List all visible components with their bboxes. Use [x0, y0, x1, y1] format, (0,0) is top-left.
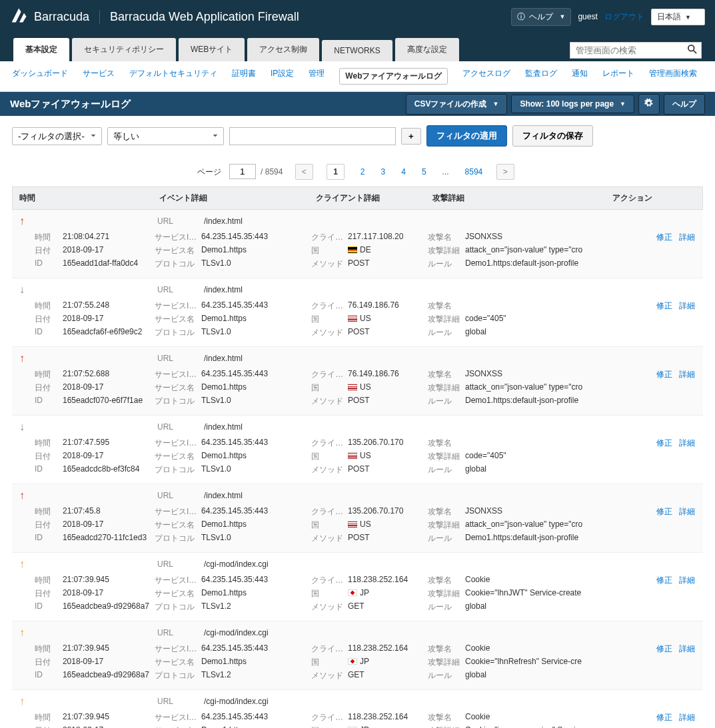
log-row: ↓ 時間21:07:55.248 日付2018-09-17 ID165eadcf…: [12, 278, 703, 347]
svg-point-0: [688, 45, 694, 51]
page-link[interactable]: 3: [381, 167, 386, 177]
flag-icon: [348, 521, 357, 528]
subnav-item[interactable]: ダッシュボード: [12, 68, 68, 85]
page-link[interactable]: ...: [442, 167, 449, 177]
detail-link[interactable]: 詳細: [679, 506, 695, 518]
fix-link[interactable]: 修正: [656, 300, 672, 312]
fix-link[interactable]: 修正: [656, 506, 672, 518]
detail-link[interactable]: 詳細: [679, 369, 695, 380]
detail-link[interactable]: 詳細: [679, 643, 695, 655]
search-input[interactable]: [570, 43, 684, 58]
subnav-item[interactable]: デフォルトセキュリティ: [129, 68, 217, 85]
top-bar: Barracuda Barracuda Web Application Fire…: [0, 0, 715, 33]
detail-link[interactable]: 詳細: [679, 438, 695, 449]
gear-icon: [644, 99, 654, 110]
fix-link[interactable]: 修正: [656, 369, 672, 380]
filter-field-select[interactable]: -フィルタの選択-: [12, 127, 102, 145]
flag-icon: [348, 589, 357, 596]
language-select[interactable]: 日本語 ▼: [651, 9, 705, 25]
main-tab[interactable]: NETWORKS: [322, 40, 392, 61]
page-input[interactable]: [229, 164, 256, 179]
apply-filter-button[interactable]: フィルタの適用: [426, 125, 507, 147]
brand-logo: Barracuda: [10, 6, 89, 28]
log-row: ↑ 時間21:07:39.945 日付2018-09-17 ID165eadcb…: [12, 553, 703, 621]
subnav-item[interactable]: レポート: [602, 68, 634, 85]
severity-arrow-icon: ↑: [12, 214, 32, 271]
subnav-item[interactable]: サービス: [83, 68, 115, 85]
help-button[interactable]: ヘルプ: [664, 94, 705, 115]
page-prev-button[interactable]: <: [295, 164, 313, 180]
log-row: ↑ 時間21:07:45.8 日付2018-09-17 ID165eadcd27…: [12, 484, 703, 553]
save-filter-button[interactable]: フィルタの保存: [512, 125, 593, 147]
flag-icon: [348, 658, 357, 665]
page-title-bar: Webファイアウォールログ CSVファイルの作成▼ Show: 100 logs…: [0, 92, 715, 116]
chevron-down-icon: ▼: [620, 101, 626, 107]
page-link[interactable]: 1: [327, 164, 345, 180]
settings-button[interactable]: [638, 94, 660, 115]
show-per-page-button[interactable]: Show: 100 logs per page▼: [511, 95, 634, 113]
subnav-item[interactable]: 通知: [572, 68, 588, 85]
help-icon: ⓘ: [517, 11, 525, 23]
brand-name: Barracuda: [34, 10, 89, 24]
log-row: ↓ 時間21:07:47.595 日付2018-09-17 ID165eadcd…: [12, 416, 703, 484]
detail-link[interactable]: 詳細: [679, 232, 695, 243]
page-link[interactable]: 8594: [465, 167, 483, 177]
fix-link[interactable]: 修正: [656, 232, 672, 243]
main-tab[interactable]: 基本設定: [13, 38, 69, 61]
severity-arrow-icon: ↑: [12, 488, 32, 546]
filter-op-select[interactable]: 等しい: [107, 127, 224, 145]
severity-arrow-icon: ↓: [12, 282, 32, 340]
col-action: アクション: [606, 187, 702, 209]
col-time: 時間: [13, 187, 153, 209]
main-tab[interactable]: 高度な設定: [395, 38, 459, 61]
detail-link[interactable]: 詳細: [679, 575, 695, 586]
severity-arrow-icon: ↑: [12, 557, 32, 614]
log-row: ↑ 時間21:07:39.945 日付2018-09-17 ID165eadcb…: [12, 690, 703, 728]
subnav-item[interactable]: 管理: [309, 68, 325, 85]
page-link[interactable]: 4: [401, 167, 406, 177]
page-link[interactable]: 2: [360, 167, 365, 177]
severity-arrow-icon: ↓: [12, 420, 32, 477]
fix-link[interactable]: 修正: [656, 643, 672, 655]
help-dropdown[interactable]: ⓘ ヘルプ ▼: [511, 8, 571, 26]
severity-arrow-icon: ↑: [12, 625, 32, 683]
main-tab[interactable]: WEBサイト: [179, 38, 245, 61]
col-event: イベント詳細: [153, 187, 309, 209]
svg-line-1: [694, 51, 696, 53]
detail-link[interactable]: 詳細: [679, 712, 695, 723]
filter-bar: -フィルタの選択- 等しい + フィルタの適用 フィルタの保存: [0, 116, 715, 152]
main-tab[interactable]: セキュリティポリシー: [72, 38, 176, 61]
logout-link[interactable]: ログアウト: [604, 11, 644, 23]
fix-link[interactable]: 修正: [656, 575, 672, 586]
add-filter-button[interactable]: +: [401, 128, 421, 145]
sub-nav: ダッシュボードサービスデフォルトセキュリティ証明書IP設定管理Webファイアウォ…: [0, 61, 715, 92]
chevron-down-icon: ▼: [492, 101, 498, 107]
log-row: ↑ 時間21:08:04.271 日付2018-09-17 ID165eadd1…: [12, 210, 703, 278]
subnav-item[interactable]: Webファイアウォールログ: [339, 68, 448, 85]
filter-value-input[interactable]: [229, 127, 396, 145]
product-title: Barracuda Web Application Firewall: [99, 10, 299, 24]
table-header: 時間 イベント詳細 クライアント詳細 攻撃詳細 アクション: [12, 186, 703, 210]
log-row: ↑ 時間21:07:52.688 日付2018-09-17 ID165eadcf…: [12, 347, 703, 416]
subnav-item[interactable]: 監査ログ: [525, 68, 557, 85]
search-icon[interactable]: [684, 45, 701, 56]
col-attack: 攻撃詳細: [426, 187, 606, 209]
subnav-item[interactable]: IP設定: [271, 68, 294, 85]
page-label: ページ: [197, 167, 221, 177]
page-link[interactable]: 5: [422, 167, 426, 177]
subnav-item[interactable]: 管理画面検索: [649, 68, 697, 85]
subnav-item[interactable]: アクセスログ: [462, 68, 510, 85]
fix-link[interactable]: 修正: [656, 712, 672, 723]
severity-arrow-icon: ↑: [12, 694, 32, 728]
log-row: ↑ 時間21:07:39.945 日付2018-09-17 ID165eadcb…: [12, 621, 703, 690]
chevron-down-icon: ▼: [559, 13, 565, 20]
fix-link[interactable]: 修正: [656, 438, 672, 449]
flag-icon: [348, 315, 357, 322]
page-next-button[interactable]: >: [496, 164, 514, 180]
log-list: 時間 イベント詳細 クライアント詳細 攻撃詳細 アクション ↑ 時間21:08:…: [0, 186, 715, 728]
pagination: ページ / 8594 < 12345...8594 >: [0, 152, 715, 186]
detail-link[interactable]: 詳細: [679, 300, 695, 312]
csv-export-button[interactable]: CSVファイルの作成▼: [406, 94, 508, 115]
subnav-item[interactable]: 証明書: [232, 68, 256, 85]
main-tab[interactable]: アクセス制御: [247, 38, 319, 61]
